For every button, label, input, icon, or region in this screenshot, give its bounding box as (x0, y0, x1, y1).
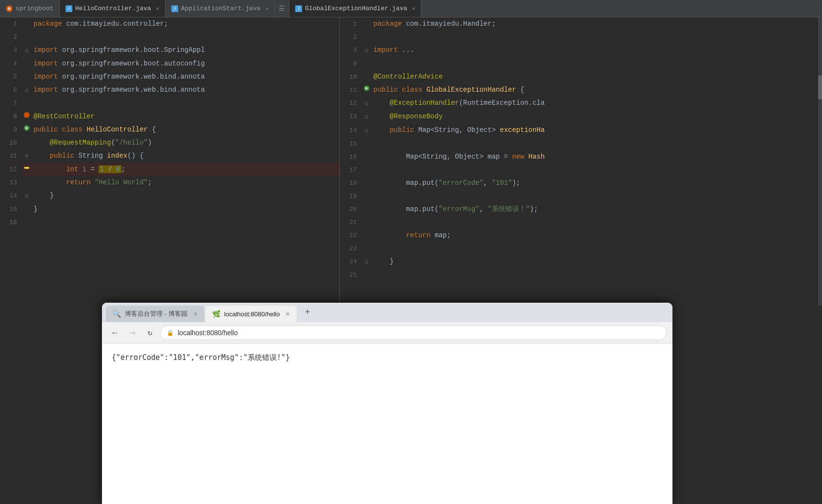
blog-tab-close[interactable]: ✕ (193, 311, 198, 317)
code-line-8: 8 @RestController (0, 110, 339, 123)
r-code-line-12: 12 ▢ @ExceptionHandler(RuntimeException.… (340, 97, 822, 110)
collapse-3[interactable]: ▢ (25, 45, 28, 57)
browser-tab-localhost[interactable]: 🌿 localhost:8080/hello ✕ (205, 306, 297, 322)
browser-url-text: localhost:8080/hello (178, 329, 238, 337)
code-line-15: 15 } (0, 203, 339, 216)
code-content-right: 1 package com.itmayiedu.Handler; 2 3 ▢ i… (340, 17, 822, 306)
code-line-4: 4 import org.springframework.boot.autoco… (0, 57, 339, 70)
tab-bar: m springboot J HelloController.java ✕ J … (0, 0, 822, 17)
tab-hello-controller[interactable]: J HelloController.java ✕ (60, 0, 166, 17)
localhost-tab-close[interactable]: ✕ (285, 311, 290, 317)
tab-label-hello: HelloController.java (75, 5, 151, 12)
code-line-9: 9 public class HelloController { (0, 123, 339, 136)
code-line-12: 12 int i = 1 / 0; (0, 163, 339, 176)
error-marker-12 (23, 164, 30, 171)
r-code-line-14: 14 ▢ public Map<String, Object> exceptio… (340, 124, 822, 137)
breakpoint-icon-8[interactable] (23, 111, 31, 119)
localhost-tab-icon: 🌿 (212, 310, 220, 318)
springboot-icon: m (6, 5, 13, 12)
browser-tab-bar: 🔍 博客后台管理 - 博客园 ✕ 🌿 localhost:8080/hello … (102, 303, 672, 322)
code-line-6: 6 ▢ import org.springframework.web.bind.… (0, 83, 339, 97)
code-line-2: 2 (0, 31, 339, 44)
svg-rect-3 (24, 167, 29, 169)
browser-back-button[interactable]: ← (108, 325, 122, 340)
r-collapse-3[interactable]: ▢ (365, 45, 368, 57)
tab-application-start[interactable]: J ApplicationStart.java ✕ (166, 0, 275, 17)
r-code-line-20: 20 map.put("errorMsg", "系统错误！"); (340, 203, 822, 216)
browser-url-bar[interactable]: 🔒 localhost:8080/hello (160, 325, 667, 340)
r-collapse-14[interactable]: ▢ (365, 125, 368, 137)
run-icon-r11[interactable] (363, 84, 370, 92)
tab-close-global[interactable]: ✕ (412, 5, 416, 12)
svg-point-0 (24, 112, 30, 118)
browser-toolbar: ← → ↻ 🔒 localhost:8080/hello (102, 322, 672, 343)
r-code-line-24: 24 ▢ } (340, 255, 822, 269)
r-collapse-13[interactable]: ▢ (365, 111, 368, 124)
browser-forward-button[interactable]: → (125, 325, 140, 340)
secure-icon: 🔒 (167, 329, 174, 336)
r-code-line-1: 1 package com.itmayiedu.Handler; (340, 17, 822, 31)
r-code-line-15: 15 (340, 137, 822, 150)
tab-label-appstart: ApplicationStart.java (181, 5, 261, 12)
r-code-line-10: 10 @ControllerAdvice (340, 70, 822, 83)
tab-close-hello[interactable]: ✕ (156, 5, 159, 12)
code-line-13: 13 return "Hello World"; (0, 176, 339, 189)
tab-label-springboot: springboot (16, 5, 53, 12)
code-content-left: 1 package com.itmayiedu.controller; 2 3 … (0, 17, 339, 306)
tab-close-appstart[interactable]: ✕ (266, 5, 269, 12)
tab-divider: ☰ (275, 0, 289, 17)
r-code-line-3: 3 ▢ import ... (340, 44, 822, 57)
editor-pane-left[interactable]: 1 package com.itmayiedu.controller; 2 3 … (0, 17, 340, 306)
browser-tab-blog[interactable]: 🔍 博客后台管理 - 博客园 ✕ (106, 306, 204, 322)
java-icon-hello: J (66, 5, 72, 12)
browser-new-tab-button[interactable]: + (300, 305, 315, 320)
r-code-line-22: 22 return map; (340, 229, 822, 242)
code-line-5: 5 import org.springframework.web.bind.an… (0, 70, 339, 83)
code-line-3: 3 ▢ import org.springframework.boot.Spri… (0, 44, 339, 57)
run-icon-9[interactable] (23, 124, 31, 132)
code-line-10: 10 @RequestMapping("/hello") (0, 136, 339, 149)
r-code-line-17: 17 (340, 163, 822, 177)
code-line-1: 1 package com.itmayiedu.controller; (0, 17, 339, 31)
r-code-line-25: 25 (340, 269, 822, 282)
editor-pane-right[interactable]: 1 package com.itmayiedu.Handler; 2 3 ▢ i… (340, 17, 822, 306)
ide-area: m springboot J HelloController.java ✕ J … (0, 0, 822, 306)
code-area: 1 package com.itmayiedu.controller; 2 3 … (0, 17, 822, 306)
right-scrollbar[interactable] (818, 17, 822, 306)
r-code-line-18: 18 map.put("errorCode", "101"); (340, 177, 822, 190)
blog-tab-icon: 🔍 (113, 310, 121, 318)
java-icon-global: J (295, 5, 302, 12)
tab-label-global: GlobalExceptionHandler.java (305, 5, 407, 12)
r-collapse-24[interactable]: ▢ (365, 256, 368, 269)
r-code-line-23: 23 (340, 242, 822, 255)
r-code-line-13: 13 ▢ @ResponseBody (340, 110, 822, 124)
tab-global-exception[interactable]: J GlobalExceptionHandler.java ✕ (289, 0, 421, 17)
r-code-line-11: 11 public class GlobalExceptionHandler { (340, 83, 822, 97)
code-line-14: 14 ▢ } (0, 189, 339, 203)
r-code-line-16: 16 Map<String, Object> map = new Hash (340, 150, 822, 163)
browser-window: 🔍 博客后台管理 - 博客园 ✕ 🌿 localhost:8080/hello … (102, 303, 672, 504)
localhost-tab-label: localhost:8080/hello (224, 310, 280, 318)
r-code-line-19: 19 (340, 190, 822, 203)
code-line-11: 11 ▽ public String index() { (0, 149, 339, 163)
tab-springboot[interactable]: m springboot (0, 0, 60, 17)
collapse-14[interactable]: ▢ (25, 190, 28, 203)
blog-tab-label: 博客后台管理 - 博客园 (125, 309, 187, 318)
r-code-line-2: 2 (340, 31, 822, 44)
browser-reload-button[interactable]: ↻ (143, 325, 157, 340)
browser-response-text: {"errorCode":"101","errorMsg":"系统错误!"} (112, 353, 290, 362)
java-icon-appstart: J (171, 5, 178, 12)
r-code-line-9: 9 (340, 57, 822, 70)
r-code-line-21: 21 (340, 216, 822, 229)
r-collapse-12[interactable]: ▢ (365, 98, 368, 110)
code-line-16: 16 (0, 216, 339, 229)
collapse-11[interactable]: ▽ (25, 150, 28, 163)
browser-content: {"errorCode":"101","errorMsg":"系统错误!"} (102, 343, 672, 504)
collapse-6[interactable]: ▢ (25, 84, 28, 97)
right-scrollbar-thumb[interactable] (818, 75, 822, 99)
code-line-7: 7 (0, 97, 339, 110)
